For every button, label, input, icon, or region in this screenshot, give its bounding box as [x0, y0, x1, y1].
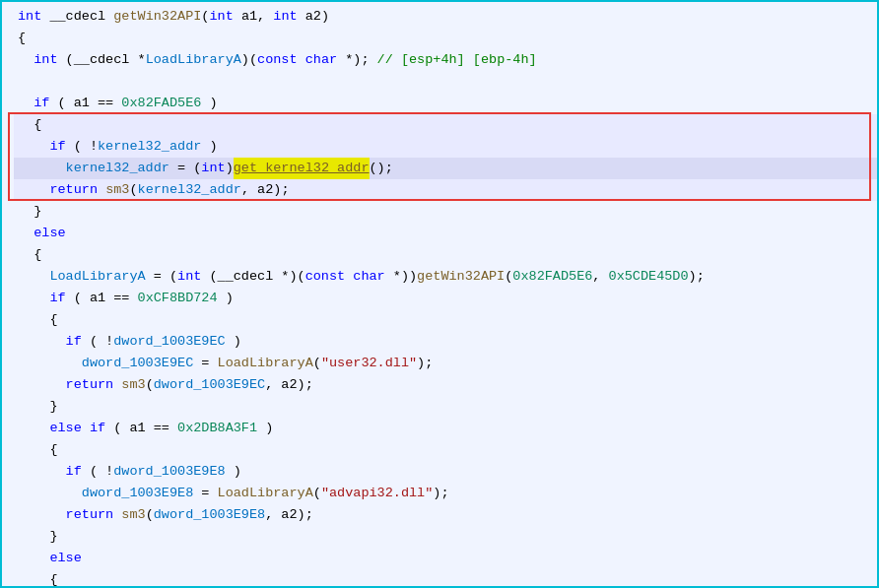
code-line-23: return sm3 ( dword_1003E9E8 , a2);: [14, 504, 877, 526]
code-line-12: LoadLibraryA = ( int (__cdecl *)( const …: [14, 266, 877, 288]
code-line-11: {: [14, 244, 877, 266]
code-line-9: }: [14, 201, 877, 223]
code-line-26: {: [14, 569, 877, 588]
code-line-22: dword_1003E9E8 = LoadLibraryA ( "advapi3…: [14, 483, 877, 504]
code-line-18: }: [14, 396, 877, 418]
code-line-13: if ( a1 == 0xCF8BD724 ): [14, 288, 877, 309]
code-line-16: dword_1003E9EC = LoadLibraryA ( "user32.…: [14, 353, 877, 374]
code-line-0: int __cdecl getWin32API ( int a1, int a2…: [14, 6, 877, 28]
code-line-5: {: [14, 114, 877, 136]
code-line-14: {: [14, 309, 877, 331]
code-line-21: if ( ! dword_1003E9E8 ): [14, 461, 877, 483]
code-area: int __cdecl getWin32API ( int a1, int a2…: [2, 2, 877, 588]
fn-getwin32api: getWin32API: [113, 6, 201, 28]
keyword-int: int: [18, 6, 41, 28]
code-container: int __cdecl getWin32API ( int a1, int a2…: [0, 0, 879, 588]
code-line-8: return sm3 ( kernel32_addr , a2);: [14, 179, 877, 201]
code-line-1: {: [14, 28, 877, 49]
code-line-24: }: [14, 526, 877, 548]
code-line-10: else: [14, 223, 877, 244]
code-line-7: kernel32_addr = ( int ) get_kernel32_add…: [14, 158, 877, 179]
code-line-4: if ( a1 == 0x82FAD5E6 ): [14, 93, 877, 114]
code-line-3: [14, 71, 877, 93]
code-line-17: return sm3 ( dword_1003E9EC , a2);: [14, 374, 877, 396]
code-line-20: {: [14, 439, 877, 461]
code-line-6: if ( ! kernel32_addr ): [14, 136, 877, 158]
code-line-25: else: [14, 548, 877, 569]
code-line-19: else if ( a1 == 0x2DB8A3F1 ): [14, 418, 877, 439]
code-line-2: int (__cdecl * LoadLibraryA )( const cha…: [14, 49, 877, 71]
code-line-15: if ( ! dword_1003E9EC ): [14, 331, 877, 353]
highlighted-fn: get_kernel32_addr: [234, 158, 370, 179]
